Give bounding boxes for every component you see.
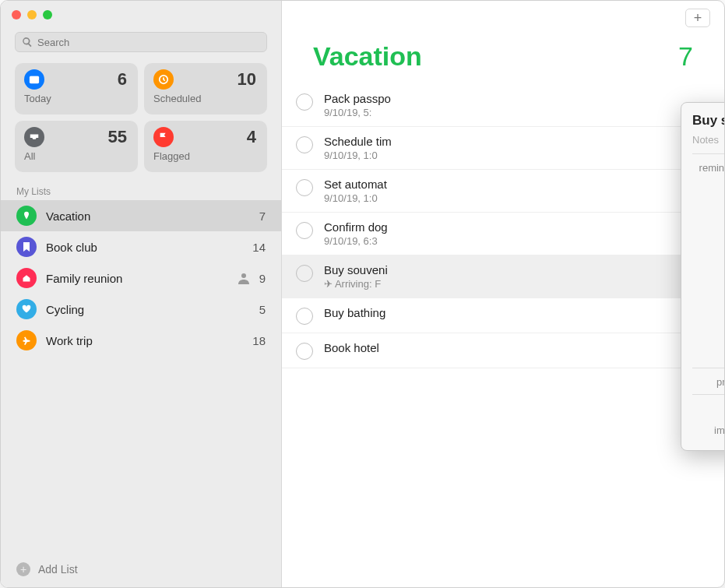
pin-icon xyxy=(16,206,37,226)
sidebar-item-work-trip[interactable]: Work trip 18 xyxy=(1,325,281,356)
complete-toggle[interactable] xyxy=(296,308,313,325)
reminder-row[interactable]: Buy souveni✈ Arriving: F i xyxy=(282,255,724,298)
list-name: Work trip xyxy=(46,334,252,347)
shared-icon xyxy=(236,270,252,286)
reminder-detail-popover: Buy souvenirs Notes remind me On a Day A… xyxy=(681,102,725,451)
reminder-title: Buy souveni xyxy=(324,263,693,276)
list-count: 9 xyxy=(259,272,266,285)
smart-list-today[interactable]: 6 Today xyxy=(15,63,138,114)
reminder-subtitle: ✈ Arriving: F xyxy=(324,278,693,290)
list-count: 7 xyxy=(259,209,266,223)
svg-point-3 xyxy=(241,273,246,278)
list-header: Vacation 7 xyxy=(282,35,724,84)
clock-icon xyxy=(153,69,174,90)
smart-list-all[interactable]: 55 All xyxy=(15,121,138,172)
window-controls xyxy=(12,10,52,19)
priority-label: priority xyxy=(692,375,725,388)
sidebar-item-family-reunion[interactable]: Family reunion 9 xyxy=(1,262,281,294)
complete-toggle[interactable] xyxy=(296,343,313,360)
smart-all-label: All xyxy=(24,150,128,162)
app-window: 6 Today 10 Scheduled 55 All xyxy=(0,0,725,588)
reminders-list: Pack passpo9/10/19, 5: Schedule tim9/10/… xyxy=(282,84,724,368)
remind-me-label: remind me xyxy=(692,160,725,174)
reminder-title: Set automat xyxy=(324,178,693,191)
reminder-row[interactable]: Buy bathing xyxy=(282,298,724,333)
complete-toggle[interactable] xyxy=(296,179,313,196)
minimize-window-button[interactable] xyxy=(27,10,37,19)
smart-flagged-label: Flagged xyxy=(153,150,258,162)
plus-icon: + xyxy=(16,562,30,576)
reminder-title: Buy bathing xyxy=(324,306,693,319)
my-lists-header: My Lists xyxy=(1,181,281,200)
reminder-row[interactable]: Confirm dog9/10/19, 6:3 xyxy=(282,213,724,255)
search-input[interactable] xyxy=(37,37,260,48)
list-name: Family reunion xyxy=(46,272,236,285)
smart-scheduled-count: 10 xyxy=(238,69,256,90)
smart-list-scheduled[interactable]: 10 Scheduled xyxy=(144,63,267,114)
calendar-icon xyxy=(24,69,44,90)
add-list-button[interactable]: + Add List xyxy=(1,551,281,587)
complete-toggle[interactable] xyxy=(296,136,313,153)
list-count: 14 xyxy=(252,241,266,254)
sidebar-item-vacation[interactable]: Vacation 7 xyxy=(1,200,281,231)
smart-scheduled-label: Scheduled xyxy=(153,93,258,104)
smart-lists-grid: 6 Today 10 Scheduled 55 All xyxy=(1,63,281,181)
reminder-row[interactable]: Pack passpo9/10/19, 5: xyxy=(282,84,724,127)
list-name: Vacation xyxy=(46,209,259,223)
list-name: Cycling xyxy=(46,303,259,316)
svg-rect-1 xyxy=(30,76,39,79)
list-name: Book club xyxy=(46,241,252,254)
sidebar: 6 Today 10 Scheduled 55 All xyxy=(1,1,282,587)
complete-toggle[interactable] xyxy=(296,222,313,239)
reminder-title: Pack passpo xyxy=(324,92,693,105)
fullscreen-window-button[interactable] xyxy=(43,10,52,19)
smart-today-label: Today xyxy=(24,93,128,104)
url-label: URL xyxy=(692,401,725,414)
house-icon xyxy=(16,268,37,288)
reminder-title: Schedule tim xyxy=(324,135,693,148)
plane-icon xyxy=(16,330,37,350)
reminder-row[interactable]: Set automat9/10/19, 1:0 xyxy=(282,170,724,213)
smart-today-count: 6 xyxy=(118,69,127,90)
list-total-count: 7 xyxy=(678,41,693,72)
reminder-row[interactable]: Schedule tim9/10/19, 1:0 xyxy=(282,127,724,170)
list-count: 18 xyxy=(252,334,266,347)
popover-title[interactable]: Buy souvenirs xyxy=(692,113,725,129)
main-area: + Vacation 7 Pack passpo9/10/19, 5: Sche… xyxy=(282,1,724,587)
close-window-button[interactable] xyxy=(12,10,21,19)
reminder-title: Book hotel xyxy=(324,341,693,354)
reminder-subtitle: 9/10/19, 1:0 xyxy=(324,150,693,161)
list-title: Vacation xyxy=(313,41,422,72)
list-count: 5 xyxy=(259,303,266,316)
add-list-label: Add List xyxy=(38,563,78,576)
flag-icon xyxy=(153,127,174,147)
reminder-row[interactable]: Book hotel xyxy=(282,333,724,368)
bookmark-icon xyxy=(16,237,37,257)
smart-all-count: 55 xyxy=(108,127,127,147)
toolbar: + xyxy=(282,1,724,35)
new-reminder-button[interactable]: + xyxy=(685,9,710,27)
heart-icon xyxy=(16,299,37,319)
sidebar-item-cycling[interactable]: Cycling 5 xyxy=(1,294,281,325)
tray-icon xyxy=(24,127,44,147)
sidebar-item-book-club[interactable]: Book club 14 xyxy=(1,231,281,262)
images-label: images xyxy=(692,423,725,436)
divider xyxy=(692,368,725,368)
notes-field[interactable]: Notes xyxy=(692,132,725,150)
reminder-subtitle: 9/10/19, 5: xyxy=(324,107,693,118)
my-lists: Vacation 7 Book club 14 Family reunion 9… xyxy=(1,200,281,551)
divider xyxy=(692,153,725,154)
search-icon xyxy=(22,37,33,48)
reminder-subtitle: 9/10/19, 1:0 xyxy=(324,192,693,204)
search-field[interactable] xyxy=(15,32,267,52)
divider xyxy=(692,394,725,395)
reminder-subtitle: 9/10/19, 6:3 xyxy=(324,235,693,247)
reminder-title: Confirm dog xyxy=(324,220,693,234)
complete-toggle[interactable] xyxy=(296,265,313,282)
complete-toggle[interactable] xyxy=(296,93,313,111)
smart-flagged-count: 4 xyxy=(247,127,256,147)
smart-list-flagged[interactable]: 4 Flagged xyxy=(144,121,267,172)
